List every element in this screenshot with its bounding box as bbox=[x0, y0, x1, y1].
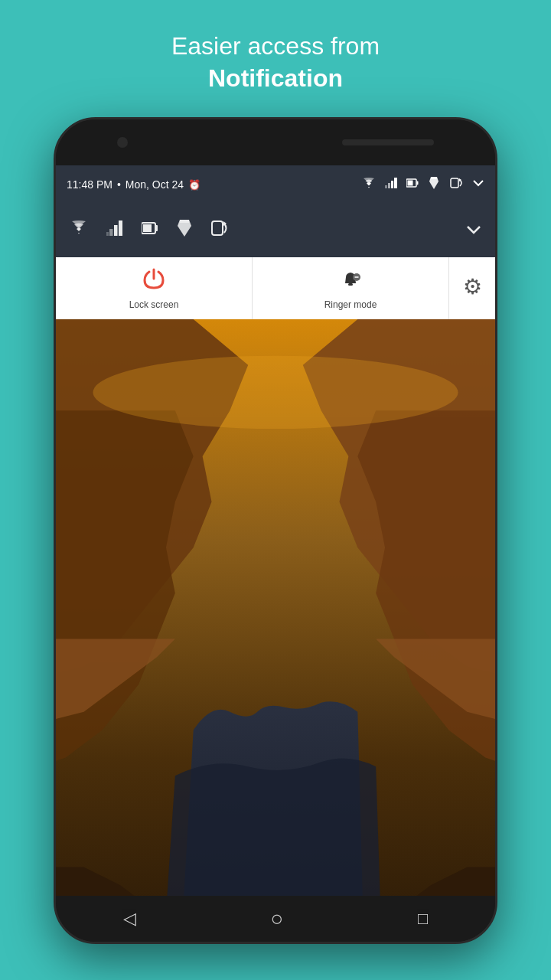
qs-battery-icon[interactable] bbox=[135, 214, 165, 247]
status-time: 11:48 PM bbox=[67, 178, 112, 191]
alarm-icon: ⏰ bbox=[188, 179, 201, 191]
status-separator: • bbox=[117, 178, 121, 191]
lock-screen-button[interactable]: Lock screen bbox=[56, 257, 253, 319]
svg-rect-14 bbox=[106, 232, 109, 236]
svg-rect-20 bbox=[212, 221, 223, 235]
qs-flashlight-icon[interactable] bbox=[171, 214, 198, 247]
phone-frame: 11:48 PM • Mon, Oct 24 ⏰ bbox=[54, 117, 497, 944]
back-button[interactable]: ◁ bbox=[123, 909, 136, 929]
svg-rect-12 bbox=[114, 225, 118, 236]
qs-rotate-icon[interactable] bbox=[204, 214, 233, 247]
svg-rect-6 bbox=[408, 181, 413, 186]
notification-panel: Lock screen Ringer mode ⚙ bbox=[56, 257, 495, 319]
status-bar: 11:48 PM • Mon, Oct 24 ⏰ bbox=[56, 165, 495, 204]
ringer-icon bbox=[338, 266, 363, 296]
svg-rect-2 bbox=[388, 183, 390, 188]
svg-rect-9 bbox=[451, 178, 458, 188]
header-line2: Notification bbox=[208, 64, 343, 92]
wallpaper bbox=[56, 319, 495, 896]
svg-rect-22 bbox=[348, 283, 353, 286]
status-date: Mon, Oct 24 bbox=[126, 178, 184, 191]
home-button[interactable]: ○ bbox=[270, 906, 283, 931]
svg-rect-16 bbox=[155, 225, 158, 231]
battery-icon bbox=[406, 178, 419, 191]
svg-rect-0 bbox=[394, 178, 397, 188]
signal-icon bbox=[385, 178, 397, 191]
ringer-mode-label: Ringer mode bbox=[324, 299, 377, 310]
lock-screen-label: Lock screen bbox=[129, 299, 179, 310]
quick-settings-bar bbox=[56, 204, 495, 257]
navigation-bar: ◁ ○ □ bbox=[56, 896, 495, 942]
svg-rect-3 bbox=[385, 185, 387, 188]
svg-rect-13 bbox=[109, 229, 113, 236]
settings-quick-button[interactable]: ⚙ bbox=[449, 257, 495, 319]
svg-rect-8 bbox=[431, 177, 437, 179]
svg-rect-5 bbox=[417, 181, 419, 185]
rotate-icon bbox=[449, 177, 463, 192]
svg-rect-11 bbox=[119, 220, 122, 236]
svg-point-26 bbox=[93, 356, 458, 429]
wifi-icon bbox=[362, 178, 376, 191]
qs-expand-icon[interactable] bbox=[460, 214, 487, 247]
svg-rect-17 bbox=[143, 224, 152, 232]
header-section: Easier access from Notification bbox=[171, 31, 380, 94]
svg-rect-1 bbox=[391, 181, 393, 188]
power-icon bbox=[142, 266, 166, 296]
qs-signal-icon[interactable] bbox=[100, 214, 129, 247]
front-camera bbox=[117, 137, 128, 148]
qs-wifi-icon[interactable] bbox=[64, 214, 94, 247]
flashlight-icon bbox=[428, 177, 440, 192]
recents-button[interactable]: □ bbox=[418, 909, 428, 929]
svg-rect-19 bbox=[180, 220, 189, 223]
phone-top-bezel bbox=[56, 119, 495, 165]
status-icons bbox=[362, 177, 484, 192]
expand-icon[interactable] bbox=[472, 178, 484, 191]
phone-screen: 11:48 PM • Mon, Oct 24 ⏰ bbox=[56, 165, 495, 896]
home-screen: Play Store bbox=[56, 319, 495, 896]
speaker-grille bbox=[342, 139, 434, 145]
settings-gear-icon: ⚙ bbox=[463, 274, 482, 299]
header-line1: Easier access from bbox=[171, 32, 380, 60]
ringer-mode-button[interactable]: Ringer mode bbox=[253, 257, 449, 319]
